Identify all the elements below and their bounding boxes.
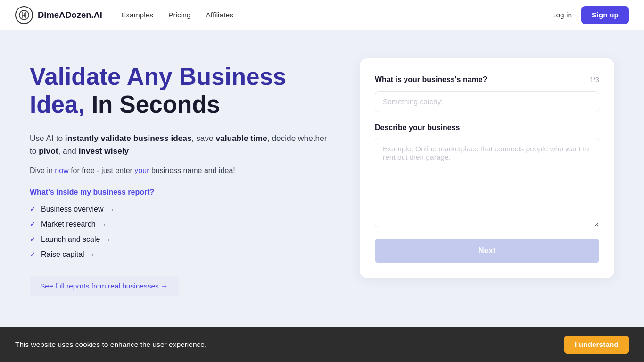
check-icon: ✓ [30,251,35,258]
nav-actions: Log in Sign up [552,6,629,24]
business-name-input[interactable] [375,91,599,112]
cookie-banner: This website uses cookies to enhance the… [0,327,644,362]
nav-link-affiliates[interactable]: Affiliates [206,11,233,19]
logo-icon [15,6,33,24]
hero-title: Validate Any Business Idea, In Seconds [30,63,331,119]
hero-section: Validate Any Business Idea, In Seconds U… [30,58,331,296]
cookie-accept-button[interactable]: I understand [564,336,629,354]
cookie-message: This website uses cookies to enhance the… [15,340,206,349]
navbar: DimeADozen.AI Examples Pricing Affiliate… [0,0,644,30]
chevron-right-icon: › [111,206,114,213]
nav-link-pricing[interactable]: Pricing [168,11,190,19]
check-icon: ✓ [30,206,35,213]
report-item-raise-capital[interactable]: ✓ Raise capital › [30,250,331,259]
report-item-launch-scale[interactable]: ✓ Launch and scale › [30,235,331,244]
hero-cta-text: Dive in now for free - just enter your b… [30,166,331,175]
main-content: Validate Any Business Idea, In Seconds U… [0,30,644,327]
see-reports-label: See full reports from real businesses → [40,282,168,290]
form-step-indicator: 1/3 [590,76,599,83]
next-button[interactable]: Next [375,239,599,263]
report-item-label: Launch and scale [41,235,100,244]
chevron-right-icon: › [103,221,106,228]
report-item-label: Business overview [41,205,104,214]
form-card: What is your business's name? 1/3 Descri… [360,58,614,278]
logo-text: DimeADozen.AI [38,10,102,20]
report-item-label: Raise capital [41,250,84,259]
login-button[interactable]: Log in [552,11,572,19]
hero-title-line1: Validate Any Business [30,63,286,90]
see-reports-button[interactable]: See full reports from real businesses → [30,276,179,296]
business-name-label: What is your business's name? [375,75,487,84]
report-item-market-research[interactable]: ✓ Market research › [30,220,331,229]
nav-links: Examples Pricing Affiliates [121,11,552,19]
chevron-right-icon: › [107,236,110,243]
nav-link-examples[interactable]: Examples [121,11,153,19]
check-icon: ✓ [30,221,35,228]
report-items-list: ✓ Business overview › ✓ Market research … [30,205,331,259]
hero-title-line2-plain: Idea, [30,91,85,118]
report-item-label: Market research [41,220,96,229]
signup-button[interactable]: Sign up [581,6,629,24]
check-icon: ✓ [30,236,35,243]
hero-title-line2-bold: In Seconds [91,91,220,118]
describe-textarea[interactable] [375,138,599,227]
hero-subtitle: Use AI to instantly validate business id… [30,132,331,158]
describe-label: Describe your business [375,123,599,132]
form-header: What is your business's name? 1/3 [375,75,599,84]
report-section-title: What's inside my business report? [30,188,331,197]
chevron-right-icon: › [92,251,94,258]
logo-link[interactable]: DimeADozen.AI [15,6,102,24]
report-item-business-overview[interactable]: ✓ Business overview › [30,205,331,214]
